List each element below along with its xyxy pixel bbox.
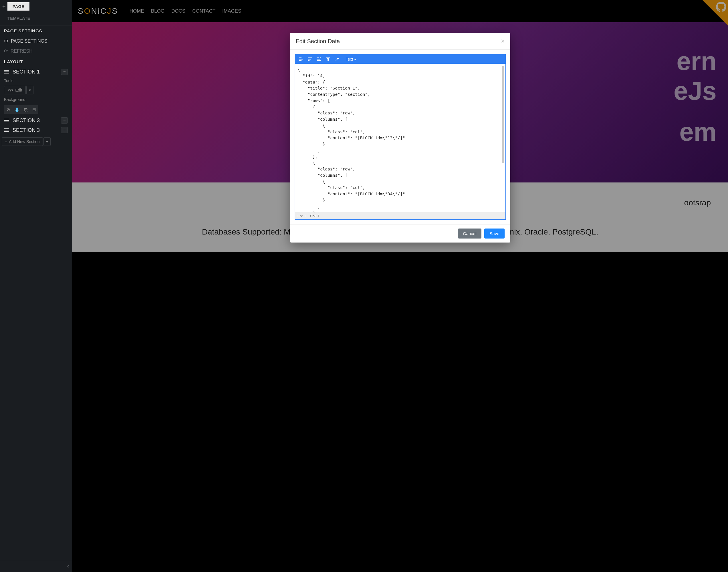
- tab-page[interactable]: PAGE: [7, 2, 29, 11]
- hamburger-icon: [4, 70, 9, 73]
- close-button[interactable]: ×: [501, 38, 505, 45]
- section-label: SECTION 1: [13, 69, 40, 75]
- svg-rect-3: [308, 58, 312, 58]
- bg-none-icon[interactable]: ⊘: [4, 105, 13, 114]
- bg-image-icon[interactable]: 🖼: [21, 105, 30, 114]
- chevron-left-icon: ‹: [67, 563, 69, 569]
- bg-color-icon[interactable]: 💧: [13, 105, 21, 114]
- status-col: Col: 1: [310, 214, 319, 218]
- cancel-button[interactable]: Cancel: [458, 228, 482, 238]
- page-settings-header: PAGE SETTINGS: [0, 25, 72, 36]
- hamburger-icon: [4, 128, 9, 132]
- scrollbar[interactable]: [502, 66, 504, 163]
- edit-section-modal: Edit Section Data ×: [290, 33, 510, 242]
- modal-overlay: Edit Section Data ×: [72, 0, 728, 572]
- sidebar-item-refresh[interactable]: ⟳ REFRESH: [0, 46, 72, 56]
- expand-all-icon[interactable]: [298, 56, 303, 62]
- gear-icon: ⚙: [4, 38, 8, 44]
- section-menu-button[interactable]: ⋯: [61, 69, 68, 75]
- main-content: SONiCJS HOME BLOG DOCS CONTACT IMAGES er…: [72, 0, 728, 572]
- filter-icon[interactable]: [325, 56, 331, 62]
- edit-label: Edit: [15, 88, 22, 92]
- editor-status: Ln: 1 Col: 1: [295, 213, 505, 219]
- status-line: Ln: 1: [298, 214, 306, 218]
- sidebar: + PAGE TEMPLATE PAGE SETTINGS ⚙ PAGE SET…: [0, 0, 72, 572]
- code-editor[interactable]: { "id": 14, "data": { "title": "Section …: [295, 64, 505, 213]
- edit-button[interactable]: </> Edit: [4, 86, 26, 94]
- sort-icon[interactable]: [316, 56, 322, 62]
- add-section-dropdown[interactable]: ▾: [44, 137, 51, 146]
- sidebar-item-page-settings[interactable]: ⚙ PAGE SETTINGS: [0, 36, 72, 46]
- hamburger-icon: [4, 119, 9, 122]
- layout-header: LAYOUT: [0, 56, 72, 67]
- page-settings-label: PAGE SETTINGS: [11, 39, 48, 44]
- code-icon: </>: [8, 88, 13, 92]
- plus-icon: +: [5, 139, 7, 144]
- refresh-icon: ⟳: [4, 48, 8, 54]
- svg-rect-2: [299, 60, 301, 61]
- add-section-button[interactable]: + Add New Section: [2, 137, 43, 146]
- tab-template[interactable]: TEMPLATE: [4, 14, 34, 22]
- section-menu-button[interactable]: ⋯: [61, 127, 68, 133]
- svg-rect-8: [317, 60, 321, 61]
- mode-label: Text: [346, 57, 353, 62]
- svg-rect-0: [299, 58, 301, 58]
- svg-rect-5: [308, 60, 309, 61]
- close-icon: ×: [501, 38, 505, 45]
- svg-rect-6: [317, 58, 319, 58]
- add-icon[interactable]: +: [2, 3, 6, 10]
- svg-rect-4: [308, 59, 311, 60]
- modal-title: Edit Section Data: [296, 38, 340, 45]
- section-label: SECTION 3: [13, 127, 40, 133]
- editor-toolbar: Text ▾: [295, 55, 505, 64]
- chevron-down-icon: ▾: [354, 57, 356, 62]
- svg-rect-1: [299, 59, 303, 60]
- background-label: Background: [0, 95, 72, 103]
- mode-dropdown[interactable]: Text ▾: [346, 57, 356, 62]
- tools-label: Tools: [0, 77, 72, 85]
- json-editor: Text ▾ { "id": 14, "data": { "title": "S…: [295, 54, 506, 220]
- section-row-3[interactable]: SECTION 3 ⋯: [0, 125, 72, 135]
- section-row-2[interactable]: SECTION 3 ⋯: [0, 116, 72, 125]
- sidebar-collapse[interactable]: ‹: [0, 560, 72, 572]
- section-label: SECTION 3: [13, 118, 40, 124]
- section-menu-button[interactable]: ⋯: [61, 117, 68, 124]
- repair-icon[interactable]: [335, 56, 340, 62]
- add-section-label: Add New Section: [9, 139, 40, 144]
- collapse-all-icon[interactable]: [307, 56, 313, 62]
- svg-rect-7: [317, 59, 320, 60]
- edit-dropdown[interactable]: ▾: [26, 86, 33, 94]
- section-row-1[interactable]: SECTION 1 ⋯: [0, 67, 72, 77]
- bg-video-icon[interactable]: ⊞: [30, 105, 38, 114]
- refresh-label: REFRESH: [11, 49, 32, 54]
- save-button[interactable]: Save: [484, 228, 504, 238]
